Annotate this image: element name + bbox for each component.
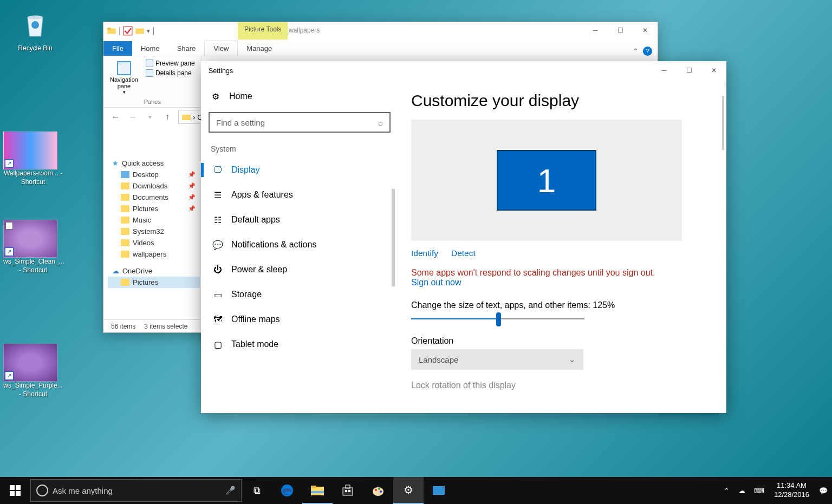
- settings-window: Settings ─ ☐ ✕ ⚙ Home Find a setting ⌕ S…: [201, 61, 726, 413]
- status-item-count: 56 items: [111, 323, 135, 330]
- tree-item-desktop[interactable]: Desktop📌: [108, 169, 200, 180]
- navigation-pane-button[interactable]: Navigation pane ▾: [108, 58, 140, 97]
- back-button[interactable]: ←: [109, 110, 122, 123]
- nav-item-display[interactable]: 🖵Display: [209, 158, 388, 182]
- recycle-bin-icon: [18, 8, 53, 42]
- signout-link[interactable]: Sign out now: [411, 278, 711, 296]
- svg-rect-5: [182, 115, 191, 120]
- tray-overflow[interactable]: ⌃: [719, 487, 734, 495]
- recent-button[interactable]: ▾: [144, 110, 157, 123]
- desktop-icon-recycle-bin[interactable]: Recycle Bin: [5, 8, 65, 53]
- taskbar-app-edge[interactable]: [272, 477, 302, 504]
- display-preview[interactable]: 1: [411, 120, 682, 241]
- tree-item-system32[interactable]: System32: [108, 226, 200, 237]
- minimize-button[interactable]: ─: [652, 62, 677, 78]
- nav-item-offline-maps[interactable]: 🗺Offline maps: [209, 307, 388, 332]
- tree-onedrive[interactable]: ☁OneDrive: [108, 265, 200, 277]
- storage-icon: ▭: [213, 290, 223, 299]
- checkbox-icon[interactable]: [5, 222, 13, 230]
- tree-item-onedrive-pictures[interactable]: Pictures: [108, 277, 200, 288]
- help-icon[interactable]: ?: [643, 47, 652, 56]
- mic-icon[interactable]: 🎤: [225, 486, 236, 495]
- gear-icon: ⚙: [404, 483, 413, 496]
- identify-link[interactable]: Identify: [411, 248, 438, 258]
- app-icon: [433, 486, 445, 495]
- lock-rotation-label: Lock rotation of this display: [411, 370, 711, 390]
- pin-icon: 📌: [188, 194, 196, 201]
- desktop-icon-simple-clean[interactable]: ↗ ws_Simple_Clean_... - Shortcut: [3, 220, 63, 274]
- folder-icon[interactable]: [135, 26, 145, 36]
- svg-rect-13: [311, 491, 324, 493]
- nav-item-default-apps[interactable]: ☷Default apps: [209, 207, 388, 232]
- taskbar-app-unknown[interactable]: [424, 477, 454, 504]
- ribbon-tab-view[interactable]: View: [204, 41, 238, 56]
- ribbon-tab-file[interactable]: File: [103, 41, 132, 56]
- orientation-select[interactable]: Landscape ⌄: [411, 349, 583, 370]
- contextual-tab[interactable]: Picture Tools: [238, 22, 288, 40]
- taskbar-app-store[interactable]: [333, 477, 363, 504]
- clock[interactable]: 11:34 AM 12/28/2016: [769, 481, 815, 500]
- tree-item-downloads[interactable]: Downloads📌: [108, 180, 200, 192]
- up-button[interactable]: ↑: [161, 110, 174, 123]
- svg-rect-14: [343, 488, 353, 495]
- folder-icon[interactable]: [107, 26, 116, 36]
- desktop-icon-label: ws_Simple_Purple... - Shortcut: [3, 382, 63, 398]
- store-icon: [342, 485, 354, 496]
- nav-item-notifications[interactable]: 💬Notifications & actions: [209, 232, 388, 257]
- tree-item-music[interactable]: Music: [108, 214, 200, 226]
- ribbon-tab-manage[interactable]: Manage: [238, 41, 281, 56]
- nav-item-power[interactable]: ⏻Power & sleep: [209, 257, 388, 282]
- details-pane-button[interactable]: Details pane: [144, 68, 197, 78]
- svg-rect-9: [16, 491, 21, 496]
- taskbar-app-settings[interactable]: ⚙: [393, 477, 424, 504]
- maximize-button[interactable]: ☐: [677, 62, 701, 78]
- monitor-icon[interactable]: 1: [497, 150, 596, 211]
- close-button[interactable]: ✕: [633, 22, 658, 38]
- tree-item-pictures[interactable]: Pictures📌: [108, 203, 200, 214]
- start-button[interactable]: [0, 477, 30, 504]
- nav-item-tablet-mode[interactable]: ▢Tablet mode: [209, 332, 388, 357]
- task-view-button[interactable]: ⧉: [242, 477, 272, 504]
- scaling-warning: Some apps won't respond to scaling chang…: [411, 266, 711, 278]
- close-button[interactable]: ✕: [701, 62, 726, 78]
- maximize-button[interactable]: ☐: [608, 22, 633, 38]
- scrollbar[interactable]: [722, 96, 724, 150]
- tray-keyboard-icon[interactable]: ⌨: [750, 487, 769, 495]
- nav-item-storage[interactable]: ▭Storage: [209, 282, 388, 307]
- page-title: Customize your display: [411, 91, 711, 110]
- settings-titlebar[interactable]: Settings ─ ☐ ✕: [201, 61, 726, 81]
- desktop-icon-simple-purple[interactable]: ↗ ws_Simple_Purple... - Shortcut: [3, 344, 63, 398]
- action-center-icon[interactable]: 💬: [815, 487, 832, 495]
- svg-rect-4: [135, 29, 144, 34]
- tree-quick-access[interactable]: ★Quick access: [108, 158, 200, 169]
- taskbar-app-explorer[interactable]: [302, 477, 333, 504]
- ribbon-tab-home[interactable]: Home: [132, 41, 168, 56]
- nav-section-header: System: [209, 133, 388, 158]
- checkbox-check-icon[interactable]: [123, 26, 133, 36]
- tree-item-documents[interactable]: Documents📌: [108, 192, 200, 203]
- svg-point-19: [375, 489, 377, 491]
- ribbon-tab-share[interactable]: Share: [168, 41, 205, 56]
- tree-item-wallpapers[interactable]: wallpapers: [108, 248, 200, 260]
- search-input[interactable]: Find a setting ⌕: [209, 112, 391, 133]
- scrollbar[interactable]: [392, 189, 395, 286]
- collapse-ribbon-icon[interactable]: ⌃: [633, 47, 639, 55]
- gear-icon: ⚙: [211, 91, 220, 101]
- cortana-search[interactable]: Ask me anything 🎤: [30, 479, 242, 502]
- taskbar-app-paint[interactable]: [363, 477, 393, 504]
- cortana-icon: [36, 485, 48, 496]
- desktop-icon-wallpapers-room[interactable]: ↗ Wallpapers-room... - Shortcut: [3, 132, 63, 186]
- nav-item-apps[interactable]: ☰Apps & features: [209, 182, 388, 207]
- notifications-icon: 💬: [213, 240, 223, 250]
- forward-button[interactable]: →: [126, 110, 139, 123]
- preview-pane-button[interactable]: Preview pane: [144, 58, 197, 68]
- detect-link[interactable]: Detect: [451, 248, 476, 258]
- nav-home[interactable]: ⚙ Home: [209, 86, 388, 112]
- tree-item-videos[interactable]: Videos: [108, 237, 200, 248]
- tablet-icon: ▢: [213, 339, 223, 349]
- scale-slider[interactable]: [411, 313, 584, 325]
- minimize-button[interactable]: ─: [583, 22, 608, 38]
- explorer-titlebar[interactable]: | ▾ | Picture Tools wallpapers ─ ☐ ✕: [103, 22, 658, 40]
- thumbnail-icon: ↗: [3, 132, 57, 169]
- tray-onedrive-icon[interactable]: ☁: [734, 487, 750, 495]
